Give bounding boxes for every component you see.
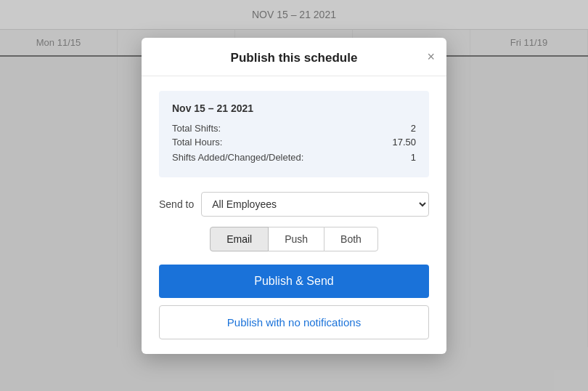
send-to-label: Send to [159,198,194,210]
modal-close-button[interactable]: × [427,50,435,63]
publish-modal: Publish this schedule × Nov 15 – 21 2021… [142,38,446,354]
send-to-select[interactable]: All Employees [201,192,429,217]
notif-type-push-button[interactable]: Push [268,227,324,251]
publish-no-notifications-button[interactable]: Publish with no notifications [159,305,429,339]
shifts-changed-label: Shifts Added/Changed/Deleted: [172,152,303,163]
summary-date-range: Nov 15 – 21 2021 [172,102,416,114]
modal-overlay: Publish this schedule × Nov 15 – 21 2021… [0,0,588,391]
notif-type-both-button[interactable]: Both [324,227,378,251]
notif-type-email-button[interactable]: Email [210,227,269,251]
total-hours-value: 17.50 [392,137,416,148]
shifts-changed-value: 1 [411,152,416,163]
publish-send-button[interactable]: Publish & Send [159,265,429,298]
total-shifts-value: 2 [411,123,416,134]
modal-title: Publish this schedule [231,51,358,65]
total-hours-label: Total Hours: [172,137,222,148]
shifts-changed-row: Shifts Added/Changed/Deleted: 1 [172,152,416,163]
schedule-summary-box: Nov 15 – 21 2021 Total Shifts: 2 Total H… [159,91,429,177]
notification-type-row: Email Push Both [159,227,429,251]
modal-header: Publish this schedule × [142,38,446,76]
total-hours-row: Total Hours: 17.50 [172,137,416,148]
total-shifts-row: Total Shifts: 2 [172,123,416,134]
modal-body: Nov 15 – 21 2021 Total Shifts: 2 Total H… [142,76,446,354]
total-shifts-label: Total Shifts: [172,123,221,134]
send-to-row: Send to All Employees [159,192,429,217]
